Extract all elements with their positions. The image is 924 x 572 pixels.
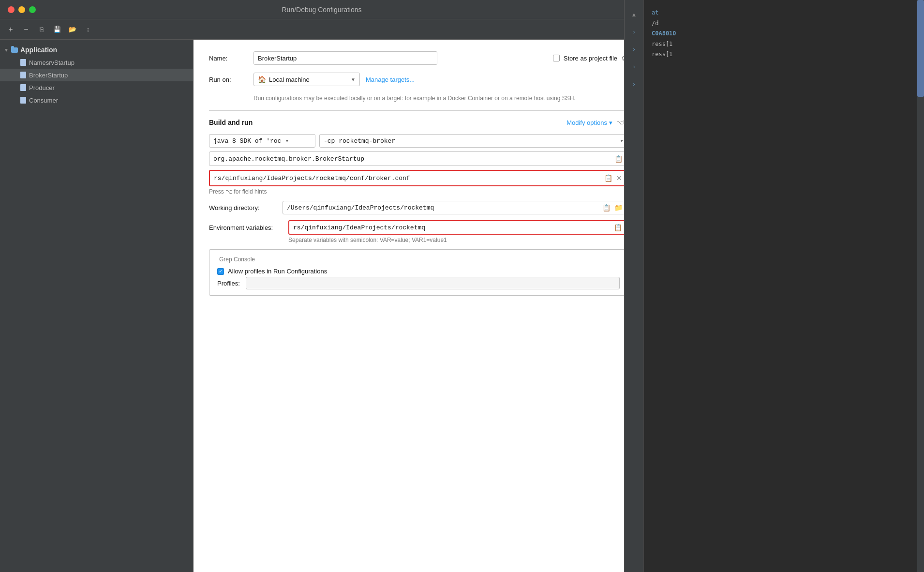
- working-directory-label: Working directory:: [209, 204, 277, 211]
- sidebar: ▼ Application NamesrvStartup: [0, 40, 194, 572]
- house-icon: 🏠: [258, 75, 266, 83]
- profiles-row: Profiles:: [217, 277, 620, 289]
- program-args-container: 📋 ✕: [209, 170, 628, 186]
- chevron-right-icon: ›: [633, 81, 635, 88]
- minimize-button[interactable]: [18, 6, 25, 13]
- sort-button[interactable]: ↕: [81, 23, 95, 36]
- working-directory-row: Working directory: 📋 📁: [209, 201, 628, 214]
- folder-icon: 📂: [69, 26, 76, 33]
- folder-icon: [11, 46, 18, 54]
- sdk-dropdown-arrow-icon: ▾: [285, 137, 289, 145]
- sidebar-item-namesrv[interactable]: NamesrvStartup: [0, 56, 193, 69]
- allow-profiles-label: Allow profiles in Run Configurations: [228, 268, 327, 275]
- config-panel: Name: Store as project file ⚙ Run on: 🏠 …: [194, 40, 643, 572]
- scrollbar-thumb[interactable]: [917, 0, 924, 97]
- side-arrows-panel: ▲ › › › ›: [624, 0, 643, 572]
- name-row: Name: Store as project file ⚙: [209, 51, 628, 65]
- add-icon: +: [8, 25, 13, 34]
- name-label: Name:: [209, 55, 248, 62]
- open-folder-button[interactable]: 📂: [66, 23, 79, 36]
- right-editor-panel: at /d C0A8010 ress[1 ress[1: [643, 0, 924, 572]
- sidebar-item-broker[interactable]: BrokerStartup: [0, 69, 193, 81]
- program-args-field: 📋 ✕: [210, 171, 627, 185]
- sdk-select[interactable]: java 8 SDK of 'roc ▾: [209, 134, 315, 148]
- copy-config-button[interactable]: ⎘: [35, 23, 48, 36]
- sidebar-item-consumer[interactable]: Consumer: [0, 94, 193, 106]
- browse-icon: 📋: [614, 155, 623, 163]
- code-line-3: C0A8010: [652, 29, 916, 39]
- allow-profiles-checkbox[interactable]: ✓: [217, 268, 224, 275]
- copy-icon: ⎘: [40, 26, 44, 33]
- nav-arrow-3[interactable]: ›: [627, 60, 641, 74]
- browse-wd-button[interactable]: 📋: [601, 204, 611, 211]
- code-line-1: at: [652, 8, 916, 18]
- run-on-row: Run on: 🏠 Local machine ▼ Manage targets…: [209, 73, 628, 86]
- close-button[interactable]: [8, 6, 15, 13]
- run-on-select[interactable]: 🏠 Local machine ▼: [253, 73, 360, 86]
- sdk-value: java 8 SDK of 'roc: [213, 137, 281, 145]
- working-directory-field: 📋 📁: [283, 201, 628, 214]
- program-args-input[interactable]: [214, 175, 601, 182]
- code-line-2: /d: [652, 18, 916, 29]
- main-class-input[interactable]: [213, 155, 611, 163]
- env-variables-input[interactable]: [293, 224, 611, 231]
- build-and-run-title: Build and run: [209, 119, 566, 126]
- remove-config-button[interactable]: −: [19, 23, 33, 36]
- allow-profiles-row: ✓ Allow profiles in Run Configurations: [217, 268, 620, 275]
- folder-open-icon: 📁: [614, 204, 623, 211]
- save-config-button[interactable]: 💾: [50, 23, 64, 36]
- file-icon: [19, 96, 27, 104]
- browse-args-button[interactable]: 📋: [603, 174, 613, 182]
- chevron-right-icon: ›: [633, 29, 635, 35]
- add-config-button[interactable]: +: [4, 23, 17, 36]
- sidebar-item-label: Consumer: [29, 97, 58, 104]
- env-variables-field: 📋: [288, 220, 628, 235]
- expand-arrow-icon: ▼: [4, 47, 9, 53]
- clear-icon: ✕: [616, 174, 622, 182]
- sdk-row: java 8 SDK of 'roc ▾ -cp rocketmq-broker…: [209, 134, 628, 148]
- working-directory-input[interactable]: [287, 204, 599, 211]
- classpath-select[interactable]: -cp rocketmq-broker ▾: [319, 134, 628, 148]
- maximize-button[interactable]: [29, 6, 36, 13]
- clear-args-button[interactable]: ✕: [615, 174, 623, 182]
- store-project-checkbox[interactable]: [553, 55, 560, 61]
- file-icon: [19, 71, 27, 79]
- name-input[interactable]: [253, 51, 437, 65]
- profiles-input[interactable]: [246, 280, 619, 287]
- titlebar: Run/Debug Configurations: [0, 0, 643, 19]
- browse-main-class-button[interactable]: 📋: [613, 155, 624, 163]
- grep-console-section: Grep Console ✓ Allow profiles in Run Con…: [209, 249, 628, 296]
- grep-console-title: Grep Console: [217, 256, 257, 263]
- build-and-run-header: Build and run Modify options ▾ ⌥M: [209, 119, 628, 126]
- press-alt-hint: Press ⌥ for field hints: [209, 188, 628, 195]
- manage-targets-link[interactable]: Manage targets...: [366, 76, 415, 83]
- nav-arrow-2[interactable]: ›: [627, 43, 641, 56]
- save-icon: 💾: [53, 26, 61, 33]
- env-variables-label: Environment variables:: [209, 224, 283, 231]
- copy-content-icon: 📋: [614, 224, 622, 231]
- right-scrollbar[interactable]: [917, 0, 924, 572]
- sidebar-item-application[interactable]: ▼ Application: [0, 44, 193, 56]
- local-machine-text: Local machine: [269, 76, 310, 83]
- file-icon: [19, 59, 27, 66]
- collapse-button[interactable]: ▲: [627, 8, 641, 21]
- modify-options-label: Modify options: [566, 119, 607, 126]
- modify-options-button[interactable]: Modify options ▾: [566, 119, 612, 126]
- chevron-right-icon: ›: [633, 63, 635, 70]
- sidebar-item-label: BrokerStartup: [29, 72, 68, 79]
- nav-arrow-4[interactable]: ›: [627, 77, 641, 91]
- run-debug-dialog: Run/Debug Configurations + − ⎘ 💾 📂 ↕: [0, 0, 643, 572]
- nav-arrow-1[interactable]: ›: [627, 25, 641, 39]
- sidebar-item-label: Application: [20, 46, 57, 54]
- sidebar-item-producer[interactable]: Producer: [0, 81, 193, 94]
- env-variables-row: Environment variables: 📋: [209, 220, 628, 235]
- store-project-label: Store as project file: [564, 55, 617, 62]
- browse-env-button[interactable]: 📋: [613, 224, 623, 231]
- minus-icon: −: [24, 25, 28, 34]
- open-wd-button[interactable]: 📁: [613, 204, 624, 211]
- chevron-up-icon: ▲: [631, 11, 637, 18]
- main-content: ▼ Application NamesrvStartup: [0, 40, 643, 572]
- env-variables-hint: Separate variables with semicolon: VAR=v…: [288, 237, 628, 243]
- profiles-field: [246, 277, 620, 289]
- window-controls: [8, 6, 36, 13]
